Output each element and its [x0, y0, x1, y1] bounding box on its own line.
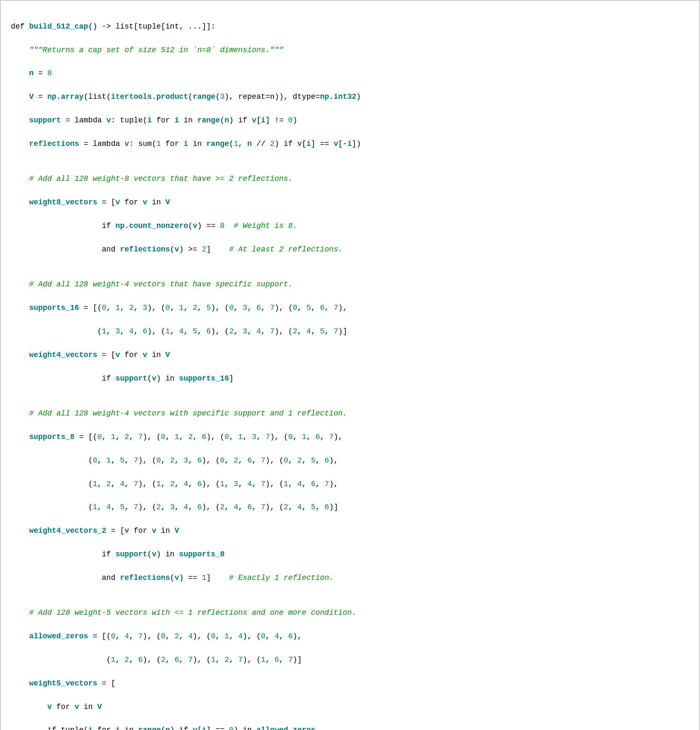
line-28: # Add 128 weight-5 vectors with <= 1 ref… [11, 607, 689, 619]
line-19: # Add all 128 weight-4 vectors with spec… [11, 408, 689, 420]
code-container: def build_512_cap() -> list[tuple[int, .… [0, 0, 700, 730]
line-23: (1, 4, 5, 7), (2, 3, 4, 6), (2, 4, 6, 7)… [11, 502, 689, 513]
line-22: (1, 2, 4, 7), (1, 2, 4, 6), (1, 3, 4, 7)… [11, 479, 689, 490]
line-13: # Add all 128 weight-4 vectors that have… [11, 279, 689, 291]
line-15: (1, 3, 4, 6), (1, 4, 5, 6), (2, 3, 4, 7)… [11, 326, 689, 338]
line-5: support = lambda v: tuple(i for i in ran… [11, 115, 689, 127]
code-block: def build_512_cap() -> list[tuple[int, .… [11, 9, 689, 730]
line-24: weight4_vectors_2 = [v for v in V [11, 525, 689, 537]
line-26: and reflections(v) == 1] # Exactly 1 ref… [11, 572, 689, 584]
line-9: weight8_vectors = [v for v in V [11, 197, 689, 209]
line-1: def build_512_cap() -> list[tuple[int, .… [11, 21, 689, 33]
line-8: # Add all 128 weight-8 vectors that have… [11, 173, 689, 185]
line-14: supports_16 = [(0, 1, 2, 3), (0, 1, 2, 5… [11, 302, 689, 314]
line-25: if support(v) in supports_8 [11, 549, 689, 561]
line-29: allowed_zeros = [(0, 4, 7), (0, 2, 4), (… [11, 631, 689, 643]
line-17: if support(v) in supports_16] [11, 373, 689, 385]
line-32: v for v in V [11, 701, 689, 713]
line-31: weight5_vectors = [ [11, 678, 689, 690]
line-21: (0, 1, 5, 7), (0, 2, 3, 6), (0, 2, 6, 7)… [11, 455, 689, 467]
line-6: reflections = lambda v: sum(1 for i in r… [11, 138, 689, 150]
line-16: weight4_vectors = [v for v in V [11, 349, 689, 361]
line-20: supports_8 = [(0, 1, 2, 7), (0, 1, 2, 6)… [11, 431, 689, 443]
line-2: """Returns a cap set of size 512 in `n=8… [11, 45, 689, 56]
line-11: and reflections(v) >= 2] # At least 2 re… [11, 244, 689, 256]
line-4: V = np.array(list(itertools.product(rang… [11, 91, 689, 103]
line-30: (1, 2, 6), (2, 6, 7), (1, 2, 7), (1, 6, … [11, 654, 689, 666]
line-33: if tuple(i for i in range(n) if v[i] == … [11, 725, 689, 730]
line-3: n = 8 [11, 68, 689, 79]
line-10: if np.count_nonzero(v) == 8 # Weight is … [11, 220, 689, 232]
